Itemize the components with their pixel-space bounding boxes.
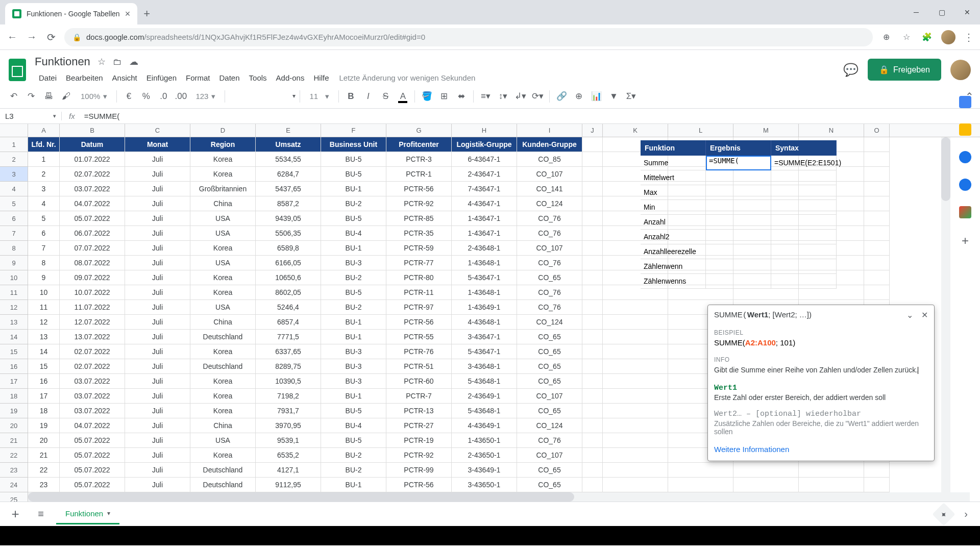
side-cell-function[interactable]: Max [641, 185, 706, 200]
cell[interactable]: 03.07.2022 [60, 182, 125, 196]
row-header[interactable]: 12 [0, 300, 28, 315]
cell[interactable]: Kunden-Gruppe [517, 137, 582, 152]
cell[interactable]: Korea [190, 241, 256, 256]
cell[interactable]: 2-43650-1 [452, 448, 517, 463]
decrease-decimal-button[interactable]: .0 [156, 89, 171, 104]
cell[interactable]: 3-43649-1 [452, 463, 517, 478]
cell[interactable]: 7 [28, 241, 60, 256]
cell[interactable] [603, 404, 668, 418]
functions-button[interactable]: Σ▾ [623, 89, 639, 104]
cell[interactable]: Juli [125, 389, 190, 404]
minimize-button[interactable]: ─ [903, 3, 929, 21]
number-format-select[interactable]: 123 ▾ [190, 92, 220, 101]
row-header[interactable]: 10 [0, 270, 28, 285]
side-cell-syntax[interactable] [771, 170, 837, 185]
row-header[interactable]: 19 [0, 404, 28, 418]
cell[interactable]: Juli [125, 226, 190, 241]
cell[interactable]: 04.07.2022 [60, 418, 125, 433]
cell[interactable]: 5-43648-1 [452, 374, 517, 389]
cell[interactable]: 02.07.2022 [60, 359, 125, 374]
cell[interactable] [864, 182, 890, 196]
contacts-sidepanel-icon[interactable] [959, 179, 971, 191]
menu-format[interactable]: Format [182, 71, 214, 84]
row-header[interactable]: 5 [0, 196, 28, 211]
cell[interactable]: Juli [125, 359, 190, 374]
cell[interactable]: USA [190, 433, 256, 448]
row-header[interactable]: 2 [0, 152, 28, 167]
menu-bearbeiten[interactable]: Bearbeiten [62, 71, 107, 84]
cell[interactable]: CO_107 [517, 448, 582, 463]
cell[interactable]: BU-2 [321, 270, 386, 285]
cell[interactable]: USA [190, 256, 256, 270]
cell[interactable]: 03.07.2022 [60, 389, 125, 404]
cell[interactable]: 10650,6 [256, 270, 321, 285]
menu-einfügen[interactable]: Einfügen [142, 71, 181, 84]
redo-button[interactable]: ↷ [23, 89, 39, 104]
cell[interactable]: Korea [190, 374, 256, 389]
cell[interactable]: Korea [190, 270, 256, 285]
cell[interactable]: 9539,1 [256, 433, 321, 448]
cell[interactable]: 14 [28, 344, 60, 359]
keep-sidepanel-icon[interactable] [959, 123, 971, 136]
new-tab-button[interactable]: + [137, 7, 156, 20]
cell[interactable]: CO_76 [517, 211, 582, 226]
cell[interactable]: Korea [190, 285, 256, 300]
cell[interactable]: BU-2 [321, 300, 386, 315]
cell[interactable]: 2-43647-1 [452, 167, 517, 182]
v-align-button[interactable]: ↕▾ [495, 89, 510, 104]
calendar-sidepanel-icon[interactable] [959, 96, 971, 108]
cell[interactable] [864, 196, 890, 211]
chevron-down-icon[interactable]: ⌄ [906, 310, 913, 320]
tasks-sidepanel-icon[interactable] [959, 151, 971, 163]
cell[interactable] [603, 418, 668, 433]
currency-button[interactable]: € [121, 89, 136, 104]
cell[interactable]: Juli [125, 433, 190, 448]
cell[interactable]: BU-3 [321, 344, 386, 359]
cell[interactable]: PCTR-97 [386, 300, 452, 315]
row-header[interactable]: 18 [0, 389, 28, 404]
cell[interactable]: BU-4 [321, 418, 386, 433]
cell[interactable]: 12.07.2022 [60, 315, 125, 330]
side-cell-syntax[interactable] [771, 200, 837, 215]
cell[interactable]: CO_107 [517, 167, 582, 182]
cell[interactable]: PCTR-92 [386, 196, 452, 211]
address-bar[interactable]: 🔒 docs.google.com/spreadsheets/d/1NQxJGA… [64, 28, 873, 46]
menu-add-ons[interactable]: Add-ons [272, 71, 309, 84]
side-cell-syntax[interactable] [771, 274, 837, 289]
cell[interactable]: CO_65 [517, 359, 582, 374]
cell[interactable]: CO_65 [517, 404, 582, 418]
cell[interactable]: CO_65 [517, 344, 582, 359]
cell[interactable]: CO_76 [517, 226, 582, 241]
cell[interactable] [603, 315, 668, 330]
paint-format-button[interactable]: 🖌 [58, 89, 74, 104]
share-button[interactable]: 🔒 Freigeben [868, 59, 941, 81]
cell[interactable]: Juli [125, 448, 190, 463]
cell[interactable]: Lfd. Nr. [28, 137, 60, 152]
close-tab-icon[interactable]: × [125, 9, 131, 19]
cell[interactable]: BU-2 [321, 448, 386, 463]
cell[interactable]: 7198,2 [256, 389, 321, 404]
cell[interactable] [582, 433, 603, 448]
cell[interactable]: 4-43649-1 [452, 418, 517, 433]
row-header[interactable]: 15 [0, 344, 28, 359]
wrap-button[interactable]: ↲▾ [512, 89, 528, 104]
print-button[interactable]: 🖶 [41, 89, 56, 104]
cell[interactable] [603, 374, 668, 389]
cell[interactable]: 6589,8 [256, 241, 321, 256]
row-header[interactable]: 6 [0, 211, 28, 226]
cell[interactable] [864, 270, 890, 285]
cell[interactable]: 4-43647-1 [452, 196, 517, 211]
cell[interactable]: 5-43647-1 [452, 344, 517, 359]
close-window-button[interactable]: ✕ [954, 3, 980, 21]
side-table-header[interactable]: Ergebnis [706, 140, 771, 156]
cell[interactable]: Korea [190, 404, 256, 418]
cell[interactable]: Großbritannien [190, 182, 256, 196]
help-more-link[interactable]: Weitere Informationen [708, 440, 934, 461]
cell[interactable]: 5-43648-1 [452, 404, 517, 418]
cell[interactable]: PCTR-11 [386, 285, 452, 300]
windows-taskbar[interactable] [0, 526, 980, 545]
row-header[interactable]: 1 [0, 137, 28, 152]
cell[interactable] [582, 270, 603, 285]
cell[interactable]: PCTR-55 [386, 330, 452, 344]
close-icon[interactable]: ✕ [921, 310, 928, 320]
